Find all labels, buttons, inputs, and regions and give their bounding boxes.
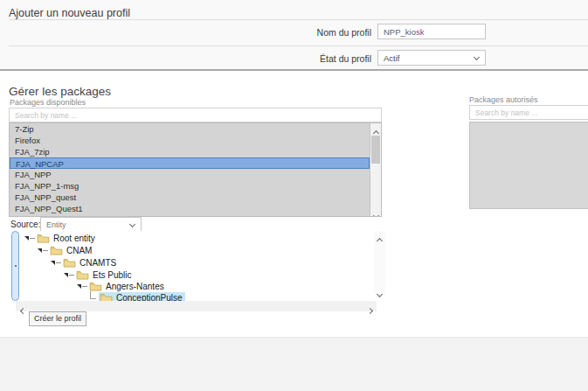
scroll-down-button[interactable] bbox=[370, 206, 381, 216]
expander-icon[interactable] bbox=[64, 273, 68, 277]
scroll-down-button[interactable] bbox=[374, 284, 384, 295]
tree-node-cnamts[interactable]: CNAMTS bbox=[51, 257, 116, 269]
list-item[interactable]: Firefox bbox=[10, 135, 370, 146]
folder-icon bbox=[50, 246, 63, 255]
list-item[interactable]: FJA_NPP bbox=[10, 169, 370, 180]
connector-line bbox=[56, 262, 61, 263]
bottom-strip bbox=[0, 337, 588, 391]
entity-tree: Root entity CNAM CNAMTS Ets Public Anger… bbox=[9, 231, 385, 311]
available-packages-label: Packages disponibles bbox=[10, 98, 86, 107]
folder-icon bbox=[76, 270, 89, 280]
chevron-down-icon bbox=[474, 54, 480, 60]
list-vertical-scrollbar[interactable] bbox=[370, 123, 381, 216]
profile-name-input[interactable] bbox=[377, 24, 486, 39]
profile-state-value: Actif bbox=[384, 53, 399, 63]
connector-line bbox=[30, 238, 35, 239]
available-packages-list[interactable]: 7-Zip Firefox FJA_7zip FJA_NPCAP FJA_NPP… bbox=[9, 122, 382, 217]
expander-icon[interactable] bbox=[77, 284, 81, 289]
profile-state-select[interactable]: Actif bbox=[377, 50, 486, 66]
chevron-up-icon bbox=[376, 238, 382, 244]
scrollbar-thumb[interactable] bbox=[371, 136, 380, 164]
authorized-packages-search-input[interactable] bbox=[469, 105, 588, 120]
tree-node-label: Ets Public bbox=[93, 270, 131, 280]
scroll-left-button[interactable] bbox=[17, 301, 28, 311]
source-value: Entity bbox=[46, 220, 66, 229]
available-packages-search-input[interactable] bbox=[9, 108, 382, 122]
tree-node-label: CNAMTS bbox=[80, 258, 116, 268]
tree-node-label: CNAM bbox=[66, 246, 92, 255]
folder-icon bbox=[37, 234, 50, 243]
scroll-right-button[interactable] bbox=[364, 301, 375, 311]
connector-elbow bbox=[90, 291, 96, 299]
tree-node-cnam[interactable]: CNAM bbox=[38, 245, 92, 256]
list-item[interactable]: FJA_NPP_Quest1 bbox=[10, 203, 370, 214]
tree-node-label: Root entity bbox=[53, 234, 95, 243]
authorized-packages-list[interactable] bbox=[469, 122, 588, 209]
tree-vertical-scrollbar[interactable] bbox=[11, 231, 19, 301]
profile-state-label: État du profil bbox=[284, 53, 371, 64]
packages-section-heading: Gérer les packages bbox=[9, 85, 111, 98]
folder-icon bbox=[63, 258, 76, 268]
connector-line bbox=[43, 250, 48, 251]
chevron-down-icon bbox=[376, 291, 382, 297]
tree-horizontal-scrollbar[interactable] bbox=[16, 301, 377, 311]
page-title: Ajouter un nouveau profil bbox=[9, 7, 130, 19]
source-label: Source: bbox=[10, 220, 40, 229]
connector-line bbox=[82, 286, 87, 287]
tree-node-label: Angers-Nantes bbox=[106, 282, 164, 291]
expander-icon[interactable] bbox=[38, 248, 42, 253]
list-item[interactable]: 7-Zip bbox=[10, 123, 370, 135]
scroll-up-button[interactable] bbox=[374, 231, 384, 241]
add-profile-page: Ajouter un nouveau profil Nom du profil … bbox=[0, 0, 588, 391]
chevron-left-icon bbox=[19, 308, 25, 314]
tree-right-scrollbar[interactable] bbox=[374, 231, 385, 295]
list-item[interactable]: FJA_NPP_1-msg bbox=[10, 180, 370, 192]
scroll-up-button[interactable] bbox=[370, 123, 381, 134]
chevron-down-icon bbox=[129, 221, 135, 227]
divider bbox=[9, 45, 588, 46]
expander-icon[interactable] bbox=[24, 236, 29, 241]
list-item[interactable]: FJA_NPP_quest bbox=[10, 192, 370, 203]
source-select[interactable]: Entity bbox=[40, 217, 142, 232]
divider bbox=[9, 19, 588, 20]
list-item-selected[interactable]: FJA_NPCAP bbox=[10, 157, 370, 169]
profile-name-label: Nom du profil bbox=[284, 27, 371, 38]
tree-node-root-entity[interactable]: Root entity bbox=[24, 233, 95, 244]
connector-line bbox=[69, 275, 74, 276]
tree-node-ets-public[interactable]: Ets Public bbox=[64, 269, 131, 281]
create-profile-button[interactable]: Créer le profil bbox=[29, 311, 86, 326]
authorized-packages-label: Packages autorisés bbox=[469, 95, 538, 104]
chevron-right-icon bbox=[366, 308, 372, 314]
chevron-down-icon bbox=[372, 213, 378, 217]
list-item[interactable]: FJA_7zip bbox=[10, 146, 370, 157]
folder-icon bbox=[89, 282, 102, 291]
expander-icon[interactable] bbox=[51, 261, 55, 265]
